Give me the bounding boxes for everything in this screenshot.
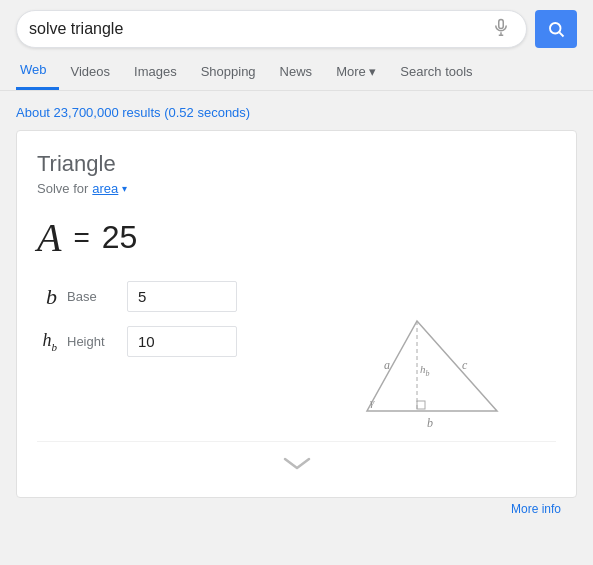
input-row-base: b Base (37, 281, 237, 312)
svg-rect-0 (499, 19, 504, 28)
tab-search-tools[interactable]: Search tools (388, 54, 484, 89)
inputs-fields: b Base hb Height (37, 281, 237, 371)
inputs-section: b Base hb Height (37, 281, 556, 431)
svg-point-3 (550, 23, 561, 34)
tab-more[interactable]: More ▾ (324, 54, 388, 89)
search-input-wrapper (16, 10, 527, 48)
search-bar-area (0, 0, 593, 48)
microphone-icon[interactable] (488, 18, 514, 41)
results-count: About 23,700,000 results (0.52 seconds) (16, 99, 577, 126)
more-info-bar: More info (16, 498, 577, 520)
svg-text:a: a (384, 358, 390, 372)
search-input[interactable] (29, 20, 488, 38)
svg-text:b: b (427, 416, 433, 430)
tab-web[interactable]: Web (16, 52, 59, 90)
tab-news[interactable]: News (268, 54, 325, 89)
result-var: A (37, 214, 61, 261)
tab-images[interactable]: Images (122, 54, 189, 89)
svg-line-4 (559, 32, 563, 36)
expand-arrow[interactable] (37, 441, 556, 481)
result-equals: = (73, 222, 89, 254)
result-value: 25 (102, 219, 138, 256)
var-hb: hb (37, 330, 57, 353)
svg-rect-7 (417, 401, 425, 409)
results-area: About 23,700,000 results (0.52 seconds) … (0, 91, 593, 528)
calc-title: Triangle (37, 151, 556, 177)
search-button[interactable] (535, 10, 577, 48)
svg-text:γ: γ (370, 396, 375, 408)
input-base[interactable] (127, 281, 237, 312)
solve-for-row: Solve for area ▾ (37, 181, 556, 196)
solve-for-arrow-icon[interactable]: ▾ (122, 183, 127, 194)
more-info-link[interactable]: More info (511, 502, 561, 516)
tab-videos[interactable]: Videos (59, 54, 123, 89)
results-count-text: About 23,700,000 results (16, 105, 161, 120)
svg-text:hb: hb (420, 363, 430, 378)
input-height[interactable] (127, 326, 237, 357)
solve-for-link[interactable]: area (92, 181, 118, 196)
results-time-text: (0.52 seconds) (164, 105, 250, 120)
label-base: Base (67, 289, 117, 304)
solve-for-label: Solve for (37, 181, 88, 196)
result-display: A = 25 (37, 214, 556, 261)
nav-tabs: Web Videos Images Shopping News More ▾ S… (0, 52, 593, 91)
var-b: b (37, 284, 57, 310)
tab-shopping[interactable]: Shopping (189, 54, 268, 89)
calculator-card: Triangle Solve for area ▾ A = 25 b Base … (16, 130, 577, 498)
input-row-height: hb Height (37, 326, 237, 357)
triangle-diagram: a c hb b γ (257, 281, 556, 431)
label-height: Height (67, 334, 117, 349)
svg-text:c: c (462, 358, 468, 372)
